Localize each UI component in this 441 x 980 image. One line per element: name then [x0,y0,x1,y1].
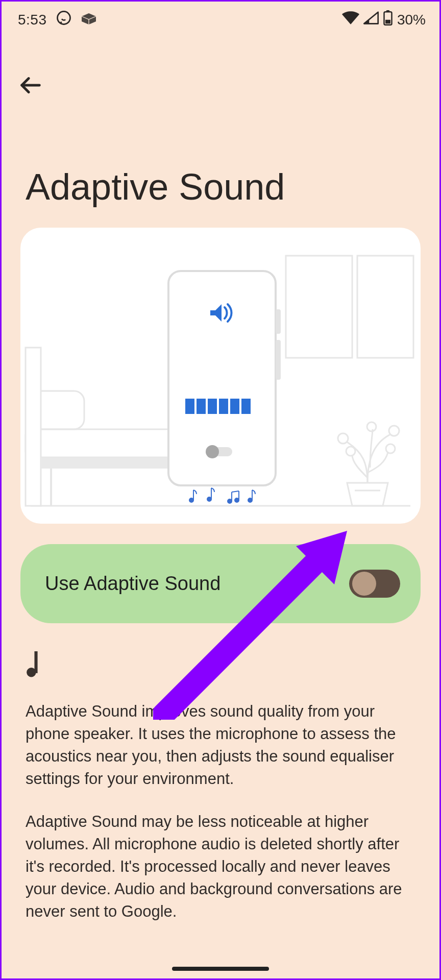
svg-rect-42 [34,651,37,673]
svg-rect-27 [241,399,251,414]
svg-point-29 [206,445,219,458]
svg-rect-20 [276,309,281,334]
svg-point-39 [248,498,252,502]
sound-illustration [20,228,421,524]
illustration-card [20,228,421,524]
svg-rect-10 [26,348,41,506]
svg-rect-9 [26,429,174,457]
description-paragraph-1: Adaptive Sound improves sound quality fr… [26,700,418,790]
svg-point-30 [189,498,193,502]
navigation-handle[interactable] [172,967,269,971]
status-bar: 5:53 [0,0,441,34]
svg-rect-3 [385,20,390,24]
svg-rect-6 [286,256,352,358]
svg-point-15 [389,426,399,436]
svg-point-18 [367,422,376,431]
svg-rect-22 [185,399,194,414]
svg-point-32 [207,497,211,501]
svg-point-14 [338,433,348,444]
battery-icon [383,10,393,29]
battery-percent: 30% [397,12,426,28]
music-note-icon [26,651,418,680]
svg-point-17 [346,447,355,456]
svg-rect-26 [230,399,239,414]
svg-point-0 [57,12,70,24]
svg-rect-24 [208,399,217,414]
svg-rect-7 [357,256,413,358]
svg-point-34 [228,499,232,503]
description-paragraph-2: Adaptive Sound may be less noticeable at… [26,811,418,923]
page-title: Adaptive Sound [0,101,441,228]
cellular-icon [363,11,379,28]
svg-rect-25 [219,399,228,414]
whatsapp-icon [56,10,71,29]
status-time: 5:53 [18,12,47,28]
svg-rect-21 [276,340,281,380]
svg-point-16 [386,444,395,453]
back-button[interactable] [15,70,46,101]
adaptive-sound-toggle-row[interactable]: Use Adaptive Sound [20,544,421,623]
description-block: Adaptive Sound improves sound quality fr… [0,623,441,923]
svg-rect-2 [386,10,389,12]
svg-rect-11 [41,457,168,469]
svg-point-35 [235,498,239,502]
svg-line-38 [232,491,239,492]
toggle-label: Use Adaptive Sound [45,573,220,595]
adaptive-sound-switch[interactable] [349,570,400,598]
package-icon [81,11,97,28]
svg-rect-23 [197,399,206,414]
wifi-icon [342,11,359,28]
